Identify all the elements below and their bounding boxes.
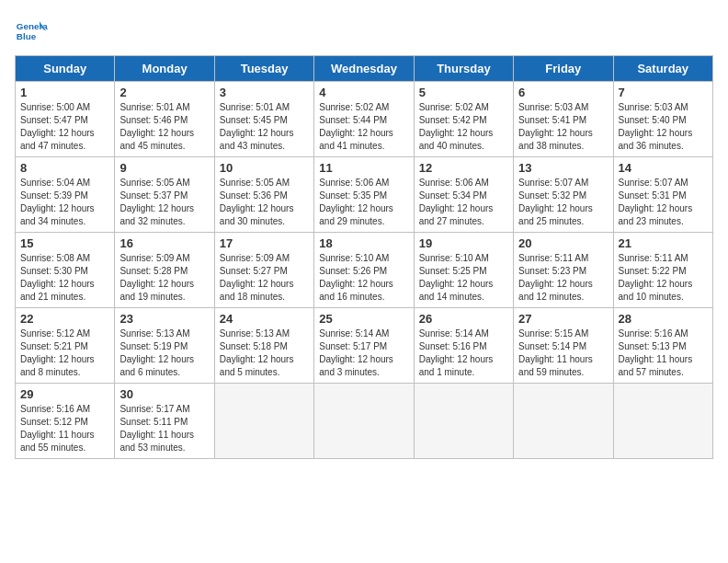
calendar-cell: 26 Sunrise: 5:14 AM Sunset: 5:16 PM Dayl… <box>414 308 513 384</box>
day-info: Sunrise: 5:07 AM Sunset: 5:32 PM Dayligh… <box>518 177 608 228</box>
day-number: 12 <box>419 161 508 175</box>
weekday-header: Thursday <box>414 56 513 82</box>
calendar-cell: 20 Sunrise: 5:11 AM Sunset: 5:23 PM Dayl… <box>514 233 613 308</box>
calendar-cell: 12 Sunrise: 5:06 AM Sunset: 5:34 PM Dayl… <box>414 157 513 233</box>
calendar-cell <box>214 384 313 459</box>
day-number: 4 <box>319 86 408 99</box>
calendar-cell: 16 Sunrise: 5:09 AM Sunset: 5:28 PM Dayl… <box>115 233 214 308</box>
day-number: 29 <box>20 387 109 401</box>
day-number: 21 <box>619 236 708 250</box>
day-info: Sunrise: 5:16 AM Sunset: 5:12 PM Dayligh… <box>20 403 109 454</box>
day-number: 6 <box>518 86 608 99</box>
day-number: 28 <box>619 312 708 326</box>
day-info: Sunrise: 5:07 AM Sunset: 5:31 PM Dayligh… <box>619 177 708 228</box>
calendar-cell: 5 Sunrise: 5:02 AM Sunset: 5:42 PM Dayli… <box>414 82 513 157</box>
day-number: 8 <box>20 161 109 175</box>
calendar-cell: 28 Sunrise: 5:16 AM Sunset: 5:13 PM Dayl… <box>613 308 712 384</box>
day-number: 7 <box>619 86 708 99</box>
day-info: Sunrise: 5:09 AM Sunset: 5:28 PM Dayligh… <box>119 252 209 304</box>
calendar-cell: 11 Sunrise: 5:06 AM Sunset: 5:35 PM Dayl… <box>314 157 414 233</box>
day-info: Sunrise: 5:15 AM Sunset: 5:14 PM Dayligh… <box>518 327 608 379</box>
calendar-cell: 19 Sunrise: 5:10 AM Sunset: 5:25 PM Dayl… <box>414 233 513 308</box>
weekday-header: Saturday <box>613 56 712 82</box>
day-info: Sunrise: 5:02 AM Sunset: 5:44 PM Dayligh… <box>319 101 408 153</box>
day-info: Sunrise: 5:14 AM Sunset: 5:16 PM Dayligh… <box>419 327 508 379</box>
calendar-cell: 4 Sunrise: 5:02 AM Sunset: 5:44 PM Dayli… <box>314 82 414 157</box>
day-info: Sunrise: 5:06 AM Sunset: 5:35 PM Dayligh… <box>319 177 408 228</box>
calendar-cell: 22 Sunrise: 5:12 AM Sunset: 5:21 PM Dayl… <box>16 308 115 384</box>
day-number: 3 <box>220 86 309 99</box>
day-info: Sunrise: 5:00 AM Sunset: 5:47 PM Dayligh… <box>20 101 109 153</box>
day-info: Sunrise: 5:10 AM Sunset: 5:25 PM Dayligh… <box>419 252 508 304</box>
day-number: 26 <box>419 312 508 326</box>
day-number: 15 <box>20 236 109 250</box>
day-number: 24 <box>220 312 309 326</box>
svg-text:General: General <box>17 21 48 31</box>
day-number: 25 <box>319 312 408 326</box>
day-info: Sunrise: 5:01 AM Sunset: 5:45 PM Dayligh… <box>220 101 309 153</box>
day-number: 16 <box>119 236 209 250</box>
day-number: 17 <box>220 236 309 250</box>
day-info: Sunrise: 5:11 AM Sunset: 5:22 PM Dayligh… <box>619 252 708 304</box>
day-info: Sunrise: 5:13 AM Sunset: 5:19 PM Dayligh… <box>119 327 209 379</box>
weekday-header: Tuesday <box>214 56 313 82</box>
logo-icon: General Blue <box>15 15 48 48</box>
day-number: 10 <box>220 161 309 175</box>
day-info: Sunrise: 5:02 AM Sunset: 5:42 PM Dayligh… <box>419 101 508 153</box>
day-number: 5 <box>419 86 508 99</box>
day-info: Sunrise: 5:13 AM Sunset: 5:18 PM Dayligh… <box>220 327 309 379</box>
day-info: Sunrise: 5:03 AM Sunset: 5:40 PM Dayligh… <box>619 101 708 153</box>
calendar-cell <box>314 384 414 459</box>
day-info: Sunrise: 5:10 AM Sunset: 5:26 PM Dayligh… <box>319 252 408 304</box>
day-info: Sunrise: 5:14 AM Sunset: 5:17 PM Dayligh… <box>319 327 408 379</box>
weekday-header: Friday <box>514 56 613 82</box>
calendar-cell: 30 Sunrise: 5:17 AM Sunset: 5:11 PM Dayl… <box>115 384 214 459</box>
calendar-cell: 6 Sunrise: 5:03 AM Sunset: 5:41 PM Dayli… <box>514 82 613 157</box>
day-info: Sunrise: 5:12 AM Sunset: 5:21 PM Dayligh… <box>20 327 109 379</box>
day-number: 11 <box>319 161 408 175</box>
calendar-cell: 17 Sunrise: 5:09 AM Sunset: 5:27 PM Dayl… <box>214 233 313 308</box>
day-number: 13 <box>518 161 608 175</box>
day-info: Sunrise: 5:05 AM Sunset: 5:36 PM Dayligh… <box>220 177 309 228</box>
svg-text:Blue: Blue <box>17 31 37 41</box>
calendar-cell: 13 Sunrise: 5:07 AM Sunset: 5:32 PM Dayl… <box>514 157 613 233</box>
day-info: Sunrise: 5:03 AM Sunset: 5:41 PM Dayligh… <box>518 101 608 153</box>
day-number: 18 <box>319 236 408 250</box>
day-number: 14 <box>619 161 708 175</box>
day-number: 23 <box>119 312 209 326</box>
day-number: 22 <box>20 312 109 326</box>
day-info: Sunrise: 5:06 AM Sunset: 5:34 PM Dayligh… <box>419 177 508 228</box>
calendar-cell: 25 Sunrise: 5:14 AM Sunset: 5:17 PM Dayl… <box>314 308 414 384</box>
calendar-cell: 8 Sunrise: 5:04 AM Sunset: 5:39 PM Dayli… <box>16 157 115 233</box>
calendar-cell: 23 Sunrise: 5:13 AM Sunset: 5:19 PM Dayl… <box>115 308 214 384</box>
calendar-cell: 7 Sunrise: 5:03 AM Sunset: 5:40 PM Dayli… <box>613 82 712 157</box>
calendar-cell: 10 Sunrise: 5:05 AM Sunset: 5:36 PM Dayl… <box>214 157 313 233</box>
day-info: Sunrise: 5:04 AM Sunset: 5:39 PM Dayligh… <box>20 177 109 228</box>
weekday-header: Wednesday <box>314 56 414 82</box>
calendar-cell: 21 Sunrise: 5:11 AM Sunset: 5:22 PM Dayl… <box>613 233 712 308</box>
day-info: Sunrise: 5:16 AM Sunset: 5:13 PM Dayligh… <box>619 327 708 379</box>
day-number: 27 <box>518 312 608 326</box>
calendar-cell: 15 Sunrise: 5:08 AM Sunset: 5:30 PM Dayl… <box>16 233 115 308</box>
calendar-cell: 3 Sunrise: 5:01 AM Sunset: 5:45 PM Dayli… <box>214 82 313 157</box>
day-number: 20 <box>518 236 608 250</box>
calendar-cell: 27 Sunrise: 5:15 AM Sunset: 5:14 PM Dayl… <box>514 308 613 384</box>
day-info: Sunrise: 5:11 AM Sunset: 5:23 PM Dayligh… <box>518 252 608 304</box>
day-info: Sunrise: 5:05 AM Sunset: 5:37 PM Dayligh… <box>119 177 209 228</box>
calendar-cell <box>514 384 613 459</box>
day-info: Sunrise: 5:17 AM Sunset: 5:11 PM Dayligh… <box>119 403 209 454</box>
day-number: 30 <box>119 387 209 401</box>
logo: General Blue <box>15 15 48 48</box>
calendar-cell: 2 Sunrise: 5:01 AM Sunset: 5:46 PM Dayli… <box>115 82 214 157</box>
calendar-cell: 24 Sunrise: 5:13 AM Sunset: 5:18 PM Dayl… <box>214 308 313 384</box>
day-number: 19 <box>419 236 508 250</box>
weekday-header: Monday <box>115 56 214 82</box>
weekday-header: Sunday <box>16 56 115 82</box>
day-number: 2 <box>119 86 209 99</box>
calendar-cell: 29 Sunrise: 5:16 AM Sunset: 5:12 PM Dayl… <box>16 384 115 459</box>
day-number: 9 <box>119 161 209 175</box>
calendar-cell: 9 Sunrise: 5:05 AM Sunset: 5:37 PM Dayli… <box>115 157 214 233</box>
day-number: 1 <box>20 86 109 99</box>
calendar-cell: 14 Sunrise: 5:07 AM Sunset: 5:31 PM Dayl… <box>613 157 712 233</box>
day-info: Sunrise: 5:01 AM Sunset: 5:46 PM Dayligh… <box>119 101 209 153</box>
